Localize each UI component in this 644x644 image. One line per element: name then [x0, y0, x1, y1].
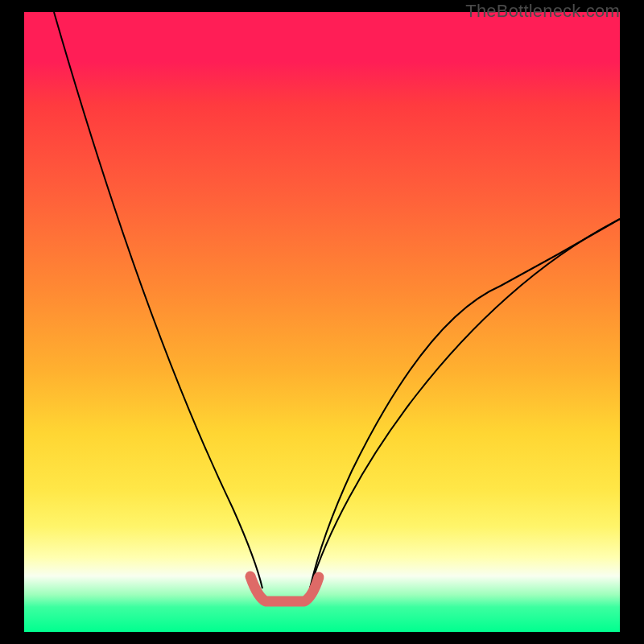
- plot-area: [24, 12, 620, 632]
- right-branch-final: [310, 219, 620, 588]
- chart-svg: [24, 12, 620, 632]
- chart-canvas: TheBottleneck.com: [0, 0, 644, 644]
- watermark-text: TheBottleneck.com: [465, 1, 620, 22]
- left-branch-curve: [54, 12, 262, 588]
- right-branch-curve: [310, 219, 620, 588]
